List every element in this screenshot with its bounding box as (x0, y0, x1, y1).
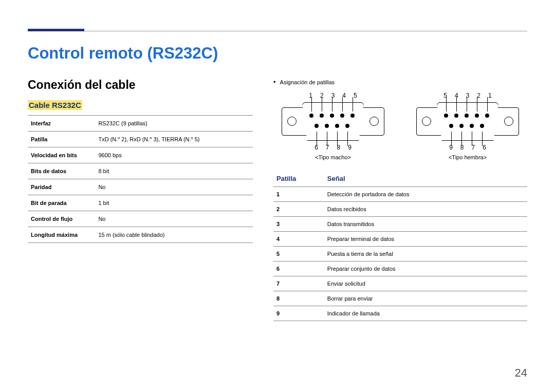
signal-name: Enviar solicitud (324, 276, 527, 291)
spec-key: Longitud máxima (28, 227, 95, 243)
top-rule (28, 31, 527, 32)
signal-row: 4Preparar terminal de datos (273, 232, 527, 247)
spec-key: Velocidad en bits (28, 147, 95, 163)
signal-row: 8Borrar para enviar (273, 291, 527, 306)
connector-male-label: <Tipo macho> (273, 154, 393, 160)
spec-row: Bits de datos8 bit (28, 163, 253, 179)
page-number: 24 (515, 366, 527, 380)
signal-row: 2Datos recibidos (273, 202, 527, 217)
signal-pin: 9 (273, 306, 324, 321)
spec-val: 8 bit (95, 163, 253, 179)
signal-pin: 7 (273, 276, 324, 291)
signal-pin: 1 (273, 187, 324, 202)
signal-header-pin: Patilla (273, 172, 324, 187)
signal-pin: 6 (273, 262, 324, 276)
spec-table: InterfazRS232C (9 patillas)PatillaTxD (N… (28, 115, 253, 243)
signal-name: Puesta a tierra de la señal (324, 247, 527, 262)
connector-female-diagram (416, 102, 519, 141)
connector-male: 12345 6789 <Tipo macho> (273, 91, 393, 160)
spec-val: No (95, 179, 253, 195)
signal-name: Borrar para enviar (324, 291, 527, 306)
spec-val: 9600 bps (95, 147, 253, 163)
spec-val: 15 m (sólo cable blindado) (95, 227, 253, 243)
signal-pin: 3 (273, 217, 324, 232)
spec-key: Patilla (28, 132, 95, 147)
spec-row: Velocidad en bits9600 bps (28, 147, 253, 163)
signal-name: Datos transmitidos (324, 217, 527, 232)
spec-key: Interfaz (28, 116, 95, 132)
connector-male-diagram (282, 102, 384, 141)
spec-row: PatillaTxD (N.º 2), RxD (N.º 3), TIERRA … (28, 132, 253, 147)
spec-row: Longitud máxima15 m (sólo cable blindado… (28, 227, 253, 243)
signal-name: Preparar conjunto de datos (324, 262, 527, 276)
spec-val: RS232C (9 patillas) (95, 116, 253, 132)
bullet-icon (273, 78, 276, 86)
signal-row: 5Puesta a tierra de la señal (273, 247, 527, 262)
signal-name: Datos recibidos (324, 202, 527, 217)
signal-row: 7Enviar solicitud (273, 276, 527, 291)
connector-female: 54321 9876 <Tipo hembra> (408, 91, 527, 160)
pin-assignment-label: Asignación de patillas (280, 79, 335, 85)
spec-key: Bit de parada (28, 195, 95, 211)
signal-name: Detección de portadora de datos (324, 187, 527, 202)
spec-row: InterfazRS232C (9 patillas) (28, 116, 253, 132)
subsection-title: Cable RS232C (28, 100, 82, 110)
signal-pin: 5 (273, 247, 324, 262)
signal-pin: 8 (273, 291, 324, 306)
signal-table: Patilla Señal 1Detección de portadora de… (273, 172, 527, 321)
spec-val: No (95, 211, 253, 227)
spec-val: TxD (N.º 2), RxD (N.º 3), TIERRA (N.º 5) (95, 132, 253, 147)
connector-female-label: <Tipo hembra> (408, 154, 527, 160)
pin-assignment-bullet: Asignación de patillas (273, 78, 527, 86)
signal-row: 1Detección de portadora de datos (273, 187, 527, 202)
spec-row: Control de flujoNo (28, 211, 253, 227)
spec-val: 1 bit (95, 195, 253, 211)
signal-row: 6Preparar conjunto de datos (273, 262, 527, 276)
signal-pin: 2 (273, 202, 324, 217)
spec-row: Bit de parada1 bit (28, 195, 253, 211)
signal-row: 3Datos transmitidos (273, 217, 527, 232)
signal-header-signal: Señal (324, 172, 527, 187)
spec-key: Paridad (28, 179, 95, 195)
section-title: Conexión del cable (28, 78, 253, 92)
signal-row: 9Indicador de llamada (273, 306, 527, 321)
signal-name: Preparar terminal de datos (324, 232, 527, 247)
spec-key: Bits de datos (28, 163, 95, 179)
page-title: Control remoto (RS232C) (28, 44, 527, 63)
spec-key: Control de flujo (28, 211, 95, 227)
signal-name: Indicador de llamada (324, 306, 527, 321)
signal-pin: 4 (273, 232, 324, 247)
spec-row: ParidadNo (28, 179, 253, 195)
